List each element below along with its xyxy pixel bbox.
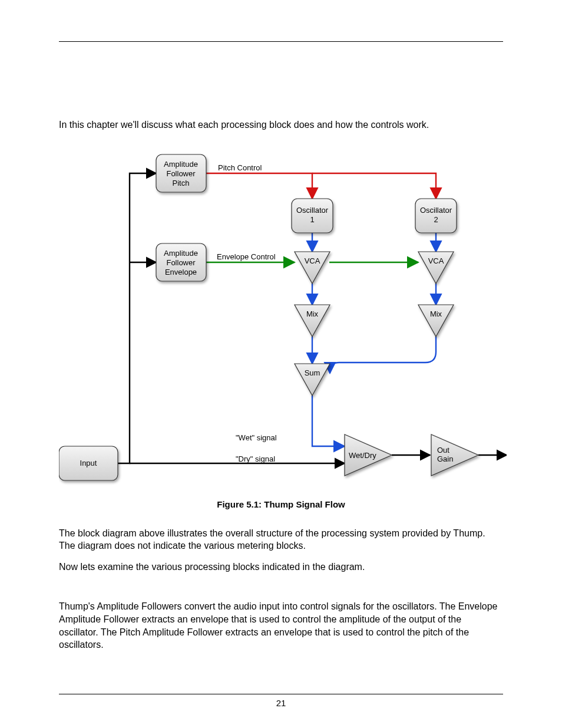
sum-label: Sum [305, 368, 320, 377]
vca2-label: VCA [428, 256, 444, 265]
wet-signal-label: "Wet" signal [236, 433, 277, 442]
figure-caption: Figure 5.1: Thump Signal Flow [59, 499, 503, 509]
vca1-label: VCA [305, 256, 320, 265]
pitch-control-lines [206, 173, 436, 199]
envelope-control-label: Envelope Control [217, 252, 276, 261]
para-2: Now lets examine the various processing … [59, 561, 503, 574]
amp-pitch-l1: Amplitude [164, 160, 198, 169]
osc1-l1: Oscillator [296, 206, 329, 215]
signal-flow-diagram: Input Amplitude Follower Pitch Pitch Con… [59, 151, 507, 487]
amp-pitch-l3: Pitch [173, 179, 190, 187]
osc1-l2: 1 [310, 215, 314, 224]
page: In this chapter we'll discuss what each … [0, 0, 562, 728]
outgain-l1: Out [437, 446, 449, 454]
outgain-l2: Gain [437, 454, 453, 463]
amp-env-l3: Envelope [165, 268, 197, 276]
dry-signal-label: "Dry" signal [236, 454, 275, 463]
osc2-l2: 2 [434, 215, 438, 224]
mix1-label: Mix [306, 309, 319, 318]
mix2-label: Mix [430, 309, 442, 318]
wetdry-label: Wet/Dry [349, 451, 376, 460]
para-3: Thump's Amplitude Followers convert the … [59, 600, 503, 651]
para-1: The block diagram above illustrates the … [59, 527, 503, 552]
amp-pitch-l2: Follower [166, 169, 196, 178]
page-footer: 21 [59, 694, 503, 708]
body-text: The block diagram above illustrates the … [59, 527, 503, 651]
amp-env-l2: Follower [166, 258, 196, 267]
diagram-container: Input Amplitude Follower Pitch Pitch Con… [59, 151, 503, 509]
page-number: 21 [276, 698, 286, 708]
input-label: Input [80, 459, 97, 467]
intro-paragraph: In this chapter we'll discuss what each … [59, 118, 503, 131]
top-rule [59, 41, 503, 42]
pitch-control-label: Pitch Control [218, 163, 262, 172]
amp-env-l1: Amplitude [164, 249, 198, 258]
osc-chain-lines [312, 233, 436, 446]
osc2-l1: Oscillator [420, 206, 452, 215]
